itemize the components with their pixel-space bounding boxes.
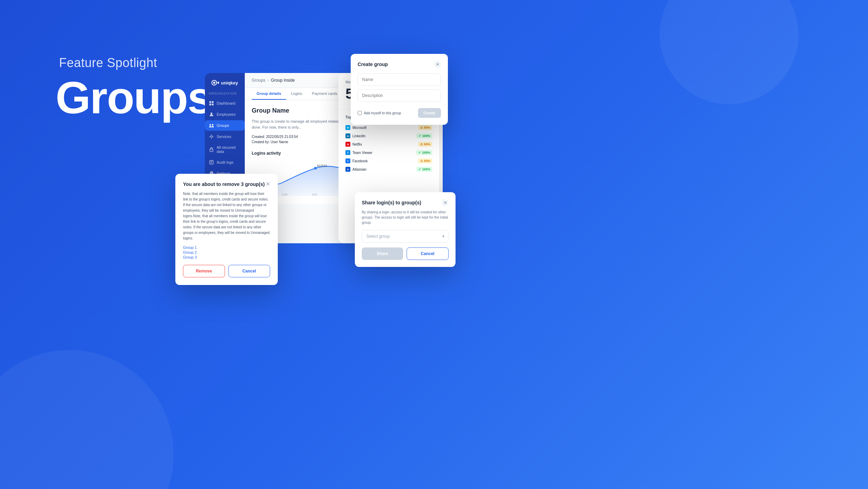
login-name-text: LinkedIn <box>352 134 366 138</box>
cancel-remove-button[interactable]: Cancel <box>228 265 270 277</box>
sidebar-section-label: Organization <box>209 92 241 95</box>
score-badge: ⚠ 50% <box>418 125 432 130</box>
svg-rect-14 <box>210 161 214 164</box>
score-badge: ✓ 100% <box>416 150 432 155</box>
score-badge: ⚠ 50% <box>418 142 432 147</box>
remove-modal-actions: Remove Cancel <box>183 265 270 277</box>
dashboard-icon <box>209 101 214 106</box>
sidebar-item-label: Dashboard <box>217 101 235 105</box>
svg-rect-5 <box>209 101 211 103</box>
group-links: Group 1 Group 2 Group 3 <box>183 245 270 259</box>
share-modal-close[interactable]: ✕ <box>442 199 449 206</box>
atlassian-icon: A <box>345 167 350 172</box>
svg-text:11/5: 11/5 <box>282 193 287 196</box>
create-group-name-input[interactable] <box>358 73 441 86</box>
sidebar-item-label: Services <box>217 135 231 139</box>
secured-data-icon <box>209 147 214 152</box>
sidebar-item-all-secured-data[interactable]: All secured data <box>205 142 245 156</box>
sidebar-logo: uniqkey <box>207 80 242 85</box>
login-item-netflix: N Netflix ⚠ 50% <box>345 140 432 148</box>
share-modal: Share login(s) to group(s) ✕ By sharing … <box>355 192 456 267</box>
svg-text:612/12: 612/12 <box>317 164 327 168</box>
create-group-modal-title: Create group <box>358 62 388 67</box>
login-name-text: Netflix <box>352 142 362 146</box>
group-link-3[interactable]: Group 3 <box>183 255 270 259</box>
select-group-dropdown[interactable]: Select group <box>362 230 449 243</box>
login-name: A Atlassian <box>345 167 367 172</box>
sidebar-item-services[interactable]: Services <box>205 131 245 142</box>
add-myself-label: Add myself to this group <box>364 111 401 115</box>
login-name: T Team Viewer <box>345 150 373 155</box>
svg-point-12 <box>210 136 212 137</box>
groups-icon <box>209 123 214 128</box>
tab-payment-cards[interactable]: Payment cards <box>307 88 342 100</box>
share-modal-description: By sharing a login -access to it will be… <box>362 210 449 225</box>
svg-point-9 <box>210 113 212 114</box>
remove-button[interactable]: Remove <box>183 265 225 277</box>
sidebar-item-label: Audit logs <box>217 160 233 164</box>
remove-modal-header: You are about to remove 3 group(s) ✕ <box>183 181 270 187</box>
feature-label: Feature Spotlight <box>59 56 157 70</box>
sidebar-item-label: Groups <box>217 123 229 128</box>
create-group-description-input[interactable] <box>358 89 441 102</box>
score-badge: ⚠ 50% <box>418 158 432 163</box>
sidebar-item-label: Employees <box>217 112 235 116</box>
svg-point-10 <box>209 124 211 125</box>
login-name-text: Atlassian <box>352 168 367 171</box>
svg-rect-8 <box>212 104 214 105</box>
created-by-value: User Name <box>270 140 288 144</box>
login-name-text: Microsoft <box>352 126 367 130</box>
login-name-text: Facebook <box>352 159 368 163</box>
cancel-share-button[interactable]: Cancel <box>407 247 449 260</box>
group-link-2[interactable]: Group 2 <box>183 250 270 254</box>
svg-point-18 <box>314 167 317 170</box>
sidebar-item-employees[interactable]: Employees <box>205 109 245 120</box>
login-name: f Facebook <box>345 158 368 163</box>
netflix-icon: N <box>345 142 350 147</box>
create-group-modal: Create group ✕ Add myself to this group … <box>351 54 448 125</box>
group-name: Group Name <box>252 107 289 114</box>
share-modal-actions: Share Cancel <box>362 247 449 260</box>
login-name: N Netflix <box>345 142 362 147</box>
login-name-text: Team Viewer <box>352 151 373 155</box>
svg-text:12/1: 12/1 <box>312 193 317 196</box>
login-item-facebook: f Facebook ⚠ 50% <box>345 157 432 165</box>
uniqkey-logo-icon <box>211 80 219 85</box>
teamviewer-icon: T <box>345 150 350 155</box>
remove-modal-title: You are about to remove 3 group(s) <box>183 181 266 187</box>
add-myself-checkbox[interactable] <box>358 111 362 115</box>
group-link-1[interactable]: Group 1 <box>183 245 270 250</box>
login-item-atlassian: A Atlassian ✓ 100% <box>345 165 432 173</box>
sidebar-item-groups[interactable]: Groups <box>205 120 245 131</box>
login-item-linkedin: in LinkedIn ✓ 100% <box>345 132 432 140</box>
create-group-modal-close[interactable]: ✕ <box>434 61 441 68</box>
login-item-teamviewer: T Team Viewer ✓ 100% <box>345 148 432 157</box>
svg-rect-6 <box>212 101 214 103</box>
tab-logins[interactable]: Logins <box>286 88 307 100</box>
audit-logs-icon <box>209 160 214 165</box>
linkedin-icon: in <box>345 133 350 138</box>
facebook-icon: f <box>345 158 350 163</box>
tab-group-details[interactable]: Group details <box>252 88 286 100</box>
login-name: in LinkedIn <box>345 133 366 138</box>
sidebar-item-dashboard[interactable]: Dashboard <box>205 98 245 108</box>
services-icon <box>209 134 214 139</box>
score-badge: ✓ 100% <box>416 133 432 138</box>
share-button[interactable]: Share <box>362 247 403 260</box>
create-group-modal-footer: Add myself to this group Create <box>358 108 441 118</box>
share-modal-title: Share login(s) to group(s) <box>362 200 421 205</box>
breadcrumb-separator: › <box>267 78 269 83</box>
svg-point-11 <box>212 124 213 125</box>
employees-icon <box>209 112 214 117</box>
share-modal-header: Share login(s) to group(s) ✕ <box>362 199 449 206</box>
sidebar-item-label: All secured data <box>217 145 241 154</box>
breadcrumb-current: Group Inside <box>271 78 295 83</box>
created-label: Created: <box>252 135 265 139</box>
feature-title: Groups <box>56 73 212 123</box>
remove-modal-body: Note, that all members inside the group … <box>183 191 270 241</box>
create-button[interactable]: Create <box>418 108 441 118</box>
add-myself-checkbox-label[interactable]: Add myself to this group <box>358 111 401 115</box>
sidebar-item-audit-logs[interactable]: Audit logs <box>205 157 245 168</box>
microsoft-icon: M <box>345 125 350 130</box>
remove-modal-close[interactable]: ✕ <box>266 181 270 187</box>
